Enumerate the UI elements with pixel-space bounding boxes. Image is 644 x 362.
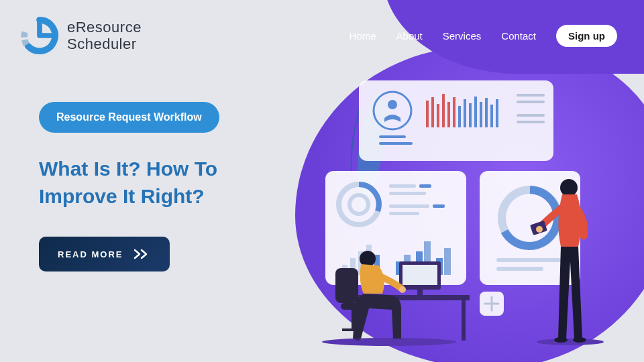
svg-rect-11 xyxy=(458,106,461,127)
logo-line1: eResource xyxy=(67,19,142,36)
svg-rect-21 xyxy=(517,114,545,117)
signup-button[interactable]: Sign up xyxy=(556,25,617,47)
svg-rect-3 xyxy=(379,135,406,138)
chevrons-right-icon xyxy=(133,249,151,259)
svg-rect-12 xyxy=(464,99,466,127)
cta-label: READ MORE xyxy=(58,249,123,259)
nav-services[interactable]: Services xyxy=(443,30,482,42)
svg-rect-14 xyxy=(474,97,477,127)
svg-rect-26 xyxy=(389,184,416,188)
logo-icon xyxy=(20,16,59,55)
svg-rect-46 xyxy=(496,267,543,271)
svg-rect-45 xyxy=(496,258,564,262)
svg-rect-42 xyxy=(444,248,451,275)
svg-point-62 xyxy=(560,179,578,196)
hero-illustration xyxy=(288,60,624,349)
svg-rect-28 xyxy=(419,184,431,188)
svg-point-65 xyxy=(554,337,568,343)
svg-rect-18 xyxy=(496,99,498,127)
category-pill: Resource Request Workflow xyxy=(39,102,219,133)
svg-rect-20 xyxy=(517,101,545,103)
read-more-button[interactable]: READ MORE xyxy=(39,237,170,272)
svg-rect-16 xyxy=(485,98,488,127)
svg-rect-51 xyxy=(462,300,466,341)
logo[interactable]: eResource Scheduler xyxy=(20,16,142,55)
svg-rect-30 xyxy=(389,212,419,215)
svg-point-64 xyxy=(536,226,543,233)
svg-rect-4 xyxy=(379,142,413,145)
nav-home[interactable]: Home xyxy=(350,30,376,42)
svg-rect-19 xyxy=(517,94,545,97)
svg-rect-29 xyxy=(389,204,429,208)
nav-about[interactable]: About xyxy=(396,30,423,42)
svg-rect-15 xyxy=(480,102,482,127)
svg-rect-8 xyxy=(442,94,445,127)
svg-rect-27 xyxy=(389,192,426,195)
svg-rect-53 xyxy=(402,265,437,285)
svg-rect-10 xyxy=(453,97,455,127)
svg-rect-22 xyxy=(517,121,545,123)
svg-point-66 xyxy=(573,337,586,343)
header: eResource Scheduler Home About Services … xyxy=(0,0,644,55)
svg-rect-31 xyxy=(433,204,445,208)
svg-rect-17 xyxy=(490,105,493,127)
logo-line2: Scheduler xyxy=(67,36,142,52)
svg-point-60 xyxy=(399,286,406,293)
svg-rect-5 xyxy=(426,101,429,127)
svg-point-2 xyxy=(388,100,397,109)
hero-heading: What Is It? How To Improve It Right? xyxy=(39,156,268,210)
svg-point-61 xyxy=(537,339,604,345)
svg-rect-7 xyxy=(437,104,439,127)
svg-rect-56 xyxy=(335,268,358,303)
svg-rect-9 xyxy=(447,102,450,127)
svg-rect-6 xyxy=(431,97,434,127)
nav-contact[interactable]: Contact xyxy=(501,30,536,42)
hero: Resource Request Workflow What Is It? Ho… xyxy=(0,55,268,272)
nav: Home About Services Contact Sign up xyxy=(350,25,617,47)
svg-rect-13 xyxy=(469,103,472,127)
svg-rect-55 xyxy=(411,295,429,298)
logo-text: eResource Scheduler xyxy=(67,19,142,53)
svg-point-48 xyxy=(322,338,456,346)
